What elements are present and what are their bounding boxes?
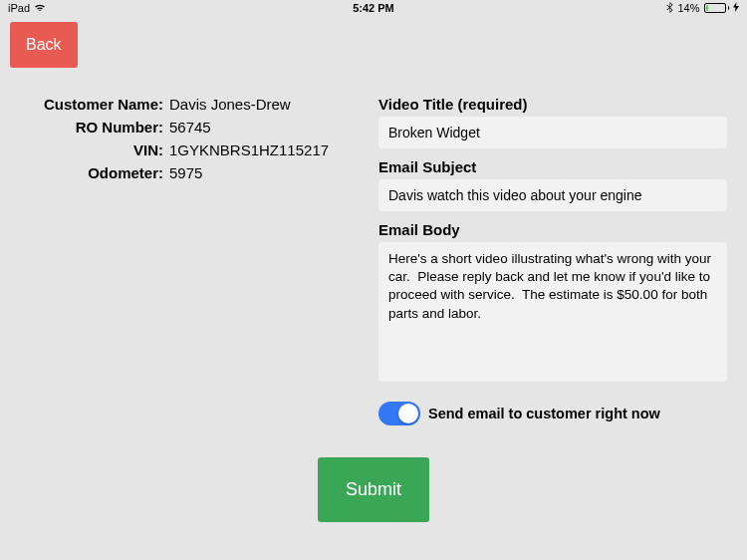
ro-number-value: 56745 — [169, 119, 211, 136]
charging-icon — [733, 2, 739, 14]
submit-button[interactable]: Submit — [318, 457, 429, 522]
video-title-group: Video Title (required) — [378, 96, 727, 148]
email-body-label: Email Body — [378, 221, 727, 238]
video-title-label: Video Title (required) — [378, 96, 727, 113]
vin-row: VIN: 1GYKNBRS1HZ115217 — [0, 141, 359, 158]
customer-info-panel: Customer Name: Davis Jones-Drew RO Numbe… — [0, 96, 378, 425]
device-label: iPad — [8, 2, 30, 14]
content-area: Customer Name: Davis Jones-Drew RO Numbe… — [0, 16, 747, 425]
customer-name-row: Customer Name: Davis Jones-Drew — [0, 96, 359, 113]
send-email-toggle[interactable] — [378, 402, 420, 425]
email-body-textarea[interactable] — [378, 242, 727, 382]
odometer-value: 5975 — [169, 164, 202, 181]
ro-number-row: RO Number: 56745 — [0, 119, 359, 136]
customer-name-value: Davis Jones-Drew — [169, 96, 291, 113]
status-right: 14% — [666, 2, 739, 15]
ro-number-label: RO Number: — [0, 119, 169, 136]
odometer-row: Odometer: 5975 — [0, 164, 359, 181]
email-subject-group: Email Subject — [378, 158, 727, 211]
battery-icon — [704, 3, 730, 13]
status-time: 5:42 PM — [353, 2, 394, 14]
bluetooth-icon — [666, 2, 673, 15]
customer-name-label: Customer Name: — [0, 96, 169, 113]
email-subject-label: Email Subject — [378, 158, 727, 175]
email-form-panel: Video Title (required) Email Subject Ema… — [378, 96, 737, 425]
toggle-knob — [398, 404, 418, 423]
vin-value: 1GYKNBRS1HZ115217 — [169, 141, 329, 158]
back-button[interactable]: Back — [10, 22, 78, 68]
status-bar: iPad 5:42 PM 14% — [0, 0, 747, 16]
battery-percent: 14% — [677, 2, 699, 14]
status-left: iPad — [8, 2, 46, 14]
email-body-group: Email Body — [378, 221, 727, 386]
wifi-icon — [34, 2, 46, 14]
vin-label: VIN: — [0, 141, 169, 158]
video-title-input[interactable] — [378, 117, 727, 148]
send-email-toggle-row: Send email to customer right now — [378, 402, 727, 425]
email-subject-input[interactable] — [378, 179, 727, 211]
odometer-label: Odometer: — [0, 164, 169, 181]
send-email-toggle-label: Send email to customer right now — [428, 406, 660, 421]
